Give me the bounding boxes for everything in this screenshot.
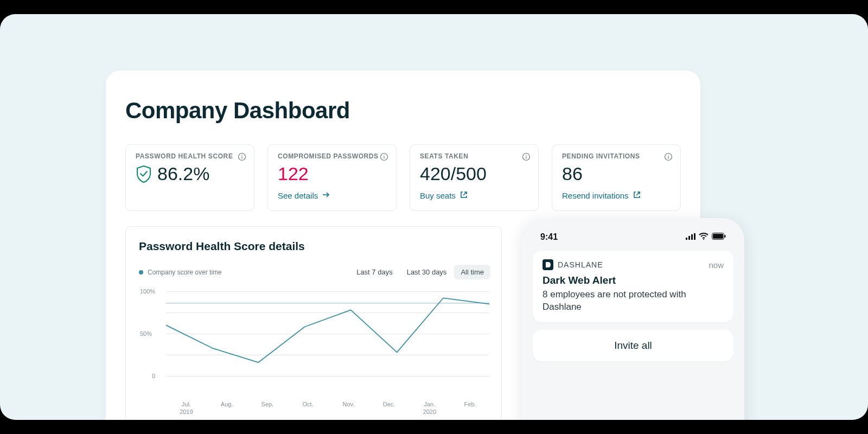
card-label: SEATS TAKEN [420, 152, 528, 160]
y-tick-0: 0 [152, 373, 155, 379]
phone-mock: 9:41 DASHLANE now Dark Web Alert 8 emplo… [522, 218, 744, 420]
svg-point-8 [526, 155, 526, 155]
svg-rect-24 [713, 234, 723, 239]
tab-all-time[interactable]: All time [454, 265, 490, 279]
phone-status-bar: 9:41 [533, 230, 733, 251]
notification-time: now [709, 260, 724, 270]
x-tick: Dec. [369, 401, 410, 416]
y-tick-50: 50% [140, 330, 152, 337]
chart-legend: Company score over time [139, 269, 222, 276]
external-link-icon [633, 191, 641, 200]
cellular-icon [686, 232, 695, 242]
svg-point-1 [241, 155, 242, 155]
card-value: 420/500 [420, 163, 528, 184]
card-value: 122 [278, 163, 386, 184]
info-icon[interactable] [380, 152, 388, 161]
external-link-icon [460, 191, 468, 200]
y-tick-100: 100% [140, 288, 155, 295]
card-label: PASSWORD HEALTH SCORE [136, 152, 244, 160]
notification-header: DASHLANE now [542, 259, 724, 270]
metric-cards-row: PASSWORD HEALTH SCORE 86.2% COMPROMISED … [125, 144, 681, 211]
svg-rect-19 [688, 236, 690, 240]
card-value-text: 86.2% [157, 163, 209, 184]
notification-card[interactable]: DASHLANE now Dark Web Alert 8 employees … [533, 251, 733, 322]
password-health-chart-card: Password Health Score details Company sc… [125, 226, 502, 420]
x-tick: Oct. [288, 401, 328, 416]
svg-rect-20 [691, 234, 693, 240]
card-compromised-passwords: COMPROMISED PASSWORDS 122 See details [267, 144, 397, 211]
x-tick: Jan. 2020 [410, 401, 450, 416]
dashlane-app-icon [542, 259, 553, 270]
x-axis-labels: Jul. 2019Aug.Sep.Oct.Nov.Dec.Jan. 2020Fe… [166, 401, 490, 416]
x-tick: Sep. [247, 401, 288, 416]
card-value-text: 420/500 [420, 163, 487, 184]
tab-last-7-days[interactable]: Last 7 days [350, 265, 399, 279]
page-title: Company Dashboard [125, 98, 681, 124]
arrow-right-icon [322, 191, 330, 200]
card-value: 86.2% [136, 163, 244, 184]
line-chart [166, 284, 489, 381]
card-value-text: 86 [562, 163, 583, 184]
chart-title: Password Health Score details [139, 240, 490, 253]
notification-title: Dark Web Alert [542, 275, 724, 286]
x-tick: Nov. [328, 401, 369, 416]
buy-seats-link[interactable]: Buy seats [420, 191, 468, 200]
card-password-health: PASSWORD HEALTH SCORE 86.2% [125, 144, 254, 211]
x-tick: Aug. [207, 401, 247, 416]
link-text: See details [278, 191, 318, 200]
svg-line-14 [636, 192, 640, 195]
invite-all-button[interactable]: Invite all [533, 330, 733, 361]
card-label: COMPROMISED PASSWORDS [278, 152, 386, 160]
svg-point-12 [668, 155, 668, 155]
svg-line-10 [463, 192, 467, 195]
svg-point-22 [703, 239, 704, 240]
notification-app-name: DASHLANE [558, 260, 603, 269]
svg-rect-21 [694, 233, 695, 240]
x-tick: Jul. 2019 [166, 401, 207, 416]
link-text: Buy seats [420, 191, 456, 200]
x-tick: Feb. [450, 401, 490, 416]
battery-icon [712, 232, 726, 242]
card-label: PENDING INVITATIONS [562, 152, 671, 160]
info-icon[interactable] [522, 152, 531, 161]
tab-last-30-days[interactable]: Last 30 days [400, 265, 454, 279]
notification-body: 8 employees are not protected with Dashl… [542, 289, 724, 314]
chart-header-row: Company score over time Last 7 days Last… [139, 265, 490, 279]
svg-rect-18 [686, 238, 687, 240]
svg-rect-25 [725, 235, 726, 238]
stage: Company Dashboard PASSWORD HEALTH SCORE … [0, 14, 868, 420]
phone-status-icons [686, 232, 726, 242]
card-seats-taken: SEATS TAKEN 420/500 Buy seats [410, 144, 539, 211]
wifi-icon [699, 232, 709, 242]
legend-text: Company score over time [148, 269, 222, 276]
info-icon[interactable] [238, 152, 246, 161]
resend-invitations-link[interactable]: Resend invitations [562, 191, 641, 200]
range-tabs: Last 7 days Last 30 days All time [350, 265, 490, 279]
see-details-link[interactable]: See details [278, 191, 330, 200]
chart-plot-area: 100% 50% 0 [142, 284, 489, 398]
card-pending-invitations: PENDING INVITATIONS 86 Resend invitation… [552, 144, 681, 211]
link-text: Resend invitations [562, 191, 629, 200]
phone-time: 9:41 [540, 232, 558, 242]
shield-check-icon [136, 165, 152, 183]
notification-app: DASHLANE [542, 259, 603, 270]
svg-point-4 [384, 155, 384, 155]
card-value: 86 [562, 163, 671, 184]
info-icon[interactable] [664, 152, 673, 161]
legend-dot-icon [139, 270, 143, 275]
card-value-text: 122 [278, 163, 309, 184]
